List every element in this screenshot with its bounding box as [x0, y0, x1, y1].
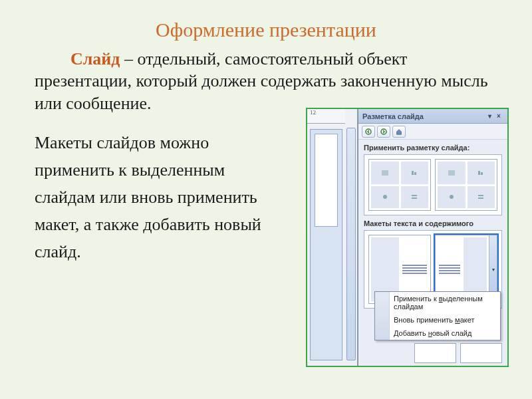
slide-title: Оформление презентации [0, 0, 532, 47]
nav-home-button[interactable] [392, 126, 406, 138]
vertical-scrollbar[interactable] [346, 128, 356, 360]
svg-rect-4 [414, 172, 416, 175]
svg-rect-9 [478, 171, 480, 175]
term-slide: Слайд [70, 49, 120, 68]
section-apply-layout: Применить разметку слайда: [358, 140, 507, 154]
menu-add-new-slide[interactable]: Добавить новый слайд [375, 327, 500, 340]
menu-reapply-layout[interactable]: Вновь применить макет [375, 313, 500, 327]
svg-point-11 [450, 195, 454, 199]
svg-rect-6 [412, 195, 417, 196]
task-pane-title: Разметка слайда [362, 112, 424, 120]
task-pane: Разметка слайда ▾ × Применить разметку с… [358, 109, 507, 366]
svg-rect-13 [478, 198, 483, 199]
nav-back-button[interactable] [362, 126, 375, 138]
section-text-content: Макеты текста и содержимого [358, 215, 507, 230]
svg-rect-10 [481, 172, 483, 175]
content-layouts-grid [364, 154, 502, 215]
nav-forward-button[interactable] [377, 126, 390, 138]
svg-rect-3 [412, 171, 414, 175]
screenshot-panel: 12 Разметка слайда ▾ × [306, 108, 509, 367]
close-icon[interactable]: × [494, 112, 503, 121]
svg-rect-2 [382, 170, 388, 176]
layout-thumb[interactable] [435, 159, 497, 211]
chevron-down-icon[interactable]: ▾ [485, 112, 494, 121]
svg-point-5 [383, 195, 387, 199]
svg-rect-12 [478, 195, 483, 196]
bottom-layouts-row [414, 343, 502, 363]
layout-thumb[interactable] [368, 159, 431, 211]
svg-rect-8 [448, 170, 455, 176]
svg-rect-7 [412, 198, 417, 199]
task-pane-header: Разметка слайда ▾ × [358, 109, 507, 124]
layout-thumb[interactable] [414, 343, 456, 363]
paragraph-2: Макеты слайдов можно применить к выделен… [35, 129, 281, 265]
menu-apply-to-selected[interactable]: Применить к выделенным слайдам [375, 292, 500, 313]
paragraph-1: Слайд – отдельный, самостоятельный объек… [35, 48, 499, 114]
layout-thumb[interactable] [460, 343, 502, 363]
task-pane-nav [358, 124, 507, 140]
ruler: 12 [307, 109, 345, 124]
editor-left-strip: 12 [307, 109, 358, 366]
layout-context-menu: Применить к выделенным слайдам Вновь при… [374, 291, 501, 340]
slide-preview-fragment [310, 129, 342, 360]
